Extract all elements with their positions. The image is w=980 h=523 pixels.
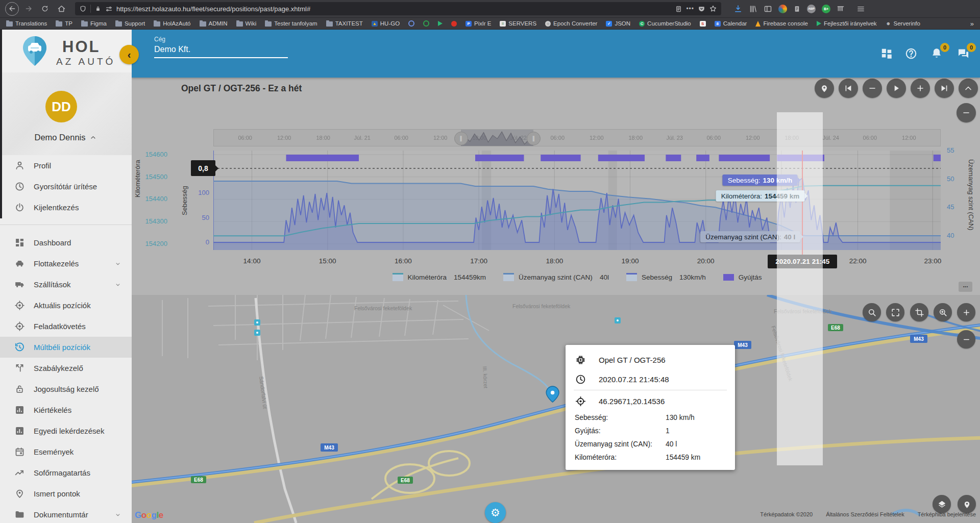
- sidebar-item-feladatk-vet-s[interactable]: Feladatkövetés: [0, 316, 132, 337]
- bookmark-item[interactable]: [438, 21, 443, 26]
- sidebar-item-flottakezel-s[interactable]: Flottakezelés: [0, 253, 132, 274]
- bookmark-item[interactable]: ⊕Serverinfo: [886, 20, 920, 27]
- bookmark-item[interactable]: TAXITEST: [326, 20, 363, 27]
- bookmark-item[interactable]: ✓JSON: [606, 20, 630, 27]
- legend-item[interactable]: Üzemanyag szint (CAN)40l: [503, 273, 609, 281]
- bookmark-item[interactable]: Firebase console: [755, 20, 808, 27]
- sidebar-item-egyedi-lek-rdez-sek[interactable]: Egyedi lekérdezések: [0, 420, 132, 441]
- download-icon[interactable]: [733, 4, 743, 13]
- add-position-pin-button[interactable]: [815, 79, 834, 98]
- sidebar-item-dashboard[interactable]: Dashboard: [0, 232, 132, 253]
- sidebar-item-profil[interactable]: Profil: [0, 155, 132, 176]
- sidebar-item-ismert-pontok[interactable]: Ismert pontok: [0, 483, 132, 504]
- sidebar-item-szab-lykezel-[interactable]: Szabálykezelő: [0, 358, 132, 379]
- map-report-link[interactable]: Térképhiba bejelentése: [918, 511, 976, 517]
- map-layers-button[interactable]: [933, 495, 951, 513]
- reader-mode-icon[interactable]: [675, 5, 682, 13]
- map-fullscreen-button[interactable]: [886, 303, 904, 321]
- menu-hamburger-icon[interactable]: [854, 2, 867, 15]
- bookmark-item[interactable]: ADMIN: [200, 20, 228, 27]
- sidebar-collapse-button[interactable]: ‹: [119, 45, 139, 64]
- sidebar-item-sof-rmagatart-s[interactable]: Sofőrmagatartás: [0, 462, 132, 483]
- lock-icon[interactable]: [94, 5, 102, 12]
- sidebar-toggle-icon[interactable]: [764, 5, 772, 13]
- sidebar-item-kijelentkez-s[interactable]: Kijelentkezés: [0, 197, 132, 218]
- bookmark-item[interactable]: 8Calendar: [715, 20, 747, 27]
- adblock-icon[interactable]: ABP: [807, 5, 816, 13]
- company-field-input[interactable]: Demo Kft.: [154, 45, 288, 58]
- legend-item[interactable]: Sebesség130km/h: [626, 273, 706, 281]
- apps-grid-icon[interactable]: [880, 47, 894, 61]
- notes-extension-icon[interactable]: [793, 5, 801, 13]
- bookmark-item[interactable]: PPixlr E: [465, 20, 491, 27]
- skip-previous-button[interactable]: [839, 79, 858, 98]
- chat-icon[interactable]: 0: [957, 47, 971, 61]
- chart-cursor-line[interactable]: [802, 151, 803, 256]
- bookmarks-overflow-chevron[interactable]: »: [970, 20, 974, 28]
- bookmark-item[interactable]: [408, 20, 414, 27]
- map-terms-link[interactable]: Általános Szerződési Feltételek: [826, 511, 904, 517]
- sidebar-item-esem-nyek[interactable]: Események: [0, 441, 132, 462]
- bookmark-item[interactable]: Wiki: [236, 20, 257, 27]
- notifications-bell-icon[interactable]: 0: [930, 47, 944, 61]
- bookmark-item[interactable]: [423, 20, 429, 27]
- avatar[interactable]: DD: [45, 91, 77, 122]
- home-button[interactable]: [55, 2, 68, 15]
- bookmark-item[interactable]: Tester tanfolyam: [265, 20, 317, 27]
- pocket-icon[interactable]: [698, 5, 705, 13]
- bookmark-star-icon[interactable]: [709, 5, 717, 13]
- bookmark-item[interactable]: Translations: [6, 20, 47, 27]
- navigator-handle-left[interactable]: ∥: [454, 132, 468, 145]
- page-actions-icon[interactable]: •••: [686, 5, 694, 12]
- map-crop-button[interactable]: [910, 303, 928, 321]
- sidebar-item-ki-rt-kel-s[interactable]: Kiértékelés: [0, 400, 132, 420]
- bookmark-item[interactable]: Fejlesztői irányelvek: [817, 20, 877, 27]
- bookmark-item[interactable]: ≡SERVERS: [500, 20, 536, 27]
- url-bar[interactable]: https://teszt.holazauto.hu/fleet/secured…: [75, 2, 721, 15]
- navigator-selected-window[interactable]: [461, 130, 533, 146]
- collapse-panel-button[interactable]: [959, 79, 978, 98]
- user-name-row[interactable]: Demo Dennis: [0, 133, 132, 142]
- reload-button[interactable]: [38, 2, 52, 15]
- map-zoom-out-button[interactable]: [957, 330, 975, 348]
- bookmark-item[interactable]: HolAzAutó: [154, 20, 190, 27]
- skip-next-button[interactable]: [935, 79, 954, 98]
- map-settings-gear-button[interactable]: ⚙: [485, 502, 506, 523]
- sidebar-item-sz-ll-t-sok[interactable]: Szállítások: [0, 274, 132, 295]
- map-zoom-search-button[interactable]: [934, 303, 952, 321]
- chart-plot-area[interactable]: [213, 151, 941, 250]
- bplus-extension-icon[interactable]: B+: [822, 5, 830, 13]
- bookmark-item[interactable]: S: [700, 21, 706, 27]
- sidebar-item-dokumentumt-r[interactable]: Dokumentumtár: [0, 504, 132, 523]
- bookmark-item[interactable]: CCucumberStudio: [639, 20, 691, 27]
- sidebar-item-aktu-lis-poz-ci-k[interactable]: Aktuális pozíciók: [0, 295, 132, 316]
- zoom-in-button[interactable]: [911, 79, 930, 98]
- chart-more-button[interactable]: ...: [959, 282, 972, 292]
- back-button[interactable]: [5, 2, 19, 16]
- map-search-button[interactable]: [863, 303, 881, 321]
- legend-item[interactable]: Kilométeróra154459km: [393, 273, 486, 281]
- permissions-icon[interactable]: [105, 5, 113, 13]
- help-icon[interactable]: [904, 47, 919, 61]
- zoom-out-button[interactable]: [863, 79, 882, 98]
- legend-item[interactable]: Gyújtás: [723, 273, 762, 281]
- bookmark-item[interactable]: [451, 21, 457, 27]
- window-edge-scrollbar[interactable]: [0, 30, 2, 218]
- sidebar-item-gyors-t-t-r-r-t-se[interactable]: Gyorsítótár ürítése: [0, 176, 132, 197]
- minimize-chart-button[interactable]: [957, 103, 976, 122]
- bookmark-item[interactable]: ○Epoch Converter: [545, 20, 597, 27]
- navigator-handle-right[interactable]: ∥: [527, 132, 541, 145]
- bookmark-item[interactable]: Figma: [81, 20, 107, 27]
- map[interactable]: Felsővárosi feketeföldek Felsővárosi fek…: [132, 295, 980, 523]
- play-button[interactable]: [887, 79, 906, 98]
- map-my-location-button[interactable]: [958, 495, 976, 513]
- sidebar-item-m-ltb-li-poz-ci-k[interactable]: Múltbéli pozíciók: [0, 337, 132, 358]
- bookmark-item[interactable]: ▲HU-GO: [372, 20, 400, 27]
- url-text[interactable]: https://teszt.holazauto.hu/fleet/secured…: [116, 5, 671, 13]
- grill-extension-icon[interactable]: [837, 5, 845, 13]
- forward-button[interactable]: [22, 2, 35, 15]
- map-zoom-in-button[interactable]: [957, 303, 975, 321]
- library-icon[interactable]: [749, 5, 757, 13]
- chart-range-navigator[interactable]: 06:0012:0018:00Júl. 2106:0012:0018:00Júl…: [213, 129, 941, 146]
- bookmark-item[interactable]: TP: [56, 20, 72, 27]
